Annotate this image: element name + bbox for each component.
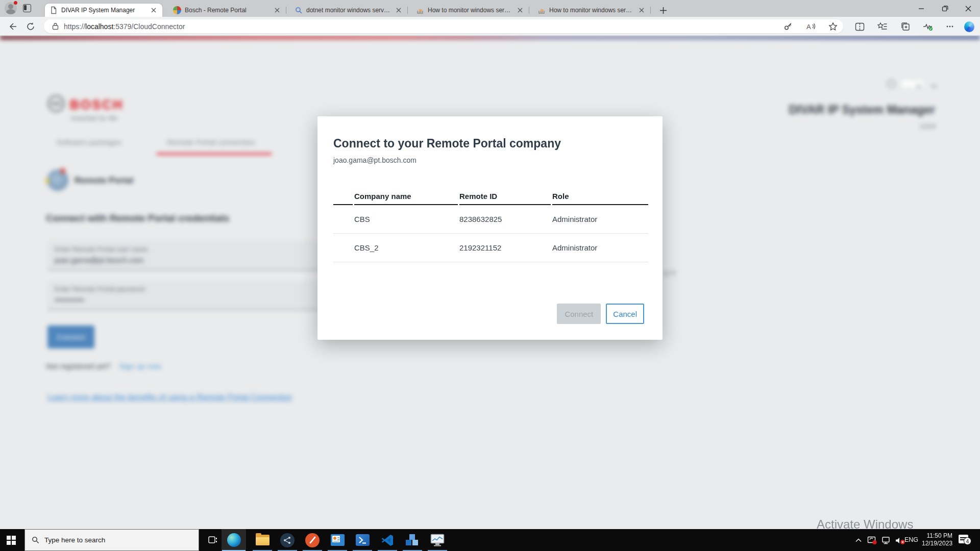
browser-essentials-icon[interactable] (923, 21, 933, 32)
tab-close-icon[interactable] (638, 6, 646, 14)
page-connect-button[interactable]: Connect (47, 325, 94, 348)
sign-up-link[interactable]: Sign up now (119, 362, 161, 370)
tab-close-icon[interactable] (150, 6, 158, 14)
cancel-button[interactable]: Cancel (606, 304, 644, 324)
globe-icon[interactable] (887, 80, 896, 88)
read-aloud-icon[interactable]: A (805, 21, 816, 32)
taskbar-file-explorer-button[interactable] (250, 529, 275, 551)
tab-divider (529, 7, 529, 14)
file-explorer-icon (256, 535, 270, 545)
tab-actions-menu-icon[interactable] (23, 4, 31, 12)
taskbar-pen-app-button[interactable] (300, 529, 325, 551)
action-center-button[interactable]: 4 (959, 534, 971, 545)
restore-button[interactable] (933, 0, 957, 17)
tab-close-icon[interactable] (516, 6, 524, 14)
search-placeholder: Type here to search (44, 536, 105, 544)
learn-more-link[interactable]: Learn more about the benefits of using a… (47, 393, 292, 402)
taskbar-network-app-button[interactable] (275, 529, 300, 551)
tab-title: dotnet monitor windows services (306, 7, 391, 14)
powershell-icon (356, 534, 370, 546)
password-field[interactable]: Enter Remote Portal password ••••••••••• (47, 281, 327, 310)
copilot-icon[interactable] (964, 21, 974, 32)
new-tab-button[interactable] (657, 5, 669, 16)
avatar-head (8, 4, 13, 9)
portal-red-dot (60, 168, 65, 173)
split-screen-icon[interactable] (854, 21, 865, 32)
favorites-list-icon[interactable] (877, 21, 888, 32)
tab-bosch-remote-portal[interactable]: Bosch - Remote Portal (168, 4, 286, 17)
search-icon (32, 536, 39, 544)
minimize-button[interactable] (910, 0, 933, 17)
taskbar-edge-button[interactable] (222, 529, 246, 551)
taskbar-dashboard-app-button[interactable] (325, 529, 350, 551)
tray-language[interactable]: ENG (904, 536, 918, 543)
app-title: DIVAR IP System Manager (789, 103, 935, 117)
taskbar-search-box[interactable]: Type here to search (24, 529, 199, 551)
activate-windows-watermark: Activate Windows (817, 517, 913, 529)
network-tree-icon (280, 533, 295, 547)
tab-divider (650, 7, 651, 14)
page-viewport: BOSCH Invented for life DIVAR IP System … (0, 36, 980, 529)
tray-network-icon[interactable] (881, 535, 892, 546)
tray-volume-muted-icon[interactable] (894, 535, 905, 546)
tab-title: DIVAR IP System Manager (61, 7, 146, 14)
active-nav-underline (157, 153, 272, 155)
back-icon[interactable] (7, 21, 17, 32)
tab-dotnet-search[interactable]: dotnet monitor windows services (290, 4, 407, 17)
taskbar-powershell-button[interactable] (350, 529, 375, 551)
company-name-cell: CBS (354, 215, 458, 223)
remote-id-cell: 8238632825 (459, 215, 551, 223)
connect-button[interactable]: Connect (557, 304, 601, 324)
dashboard-icon (331, 534, 345, 546)
avatar-body (6, 9, 15, 14)
browser-toolbar: https://localhost:5379/CloudConnector A (0, 17, 980, 36)
tab-divar-ip[interactable]: DIVAR IP System Manager (45, 4, 162, 17)
cutoff-text-fragment: g in (664, 268, 676, 277)
address-bar[interactable]: https://localhost:5379/CloudConnector (44, 19, 843, 33)
company-name-cell: CBS_2 (354, 243, 458, 252)
tray-chevron-up-icon[interactable] (853, 535, 864, 546)
tray-sync-alert-icon[interactable] (867, 535, 878, 546)
table-row[interactable]: CBS 8238632825 Administrator (333, 205, 648, 234)
language-dropdown[interactable] (900, 79, 925, 89)
radio-column-header (333, 188, 353, 205)
refresh-icon[interactable] (26, 21, 36, 32)
tab-title: Bosch - Remote Portal (185, 7, 270, 14)
company-name-header: Company name (354, 188, 458, 205)
role-header: Role (552, 188, 648, 205)
remote-portal-title: Remote Portal (75, 176, 133, 186)
password-key-icon[interactable] (783, 21, 793, 32)
tab-close-icon[interactable] (395, 6, 403, 14)
copilot-logo (964, 21, 974, 32)
close-window-button[interactable] (957, 0, 980, 17)
url-host: localhost (85, 22, 113, 31)
windows-logo-icon (7, 536, 15, 544)
tray-clock[interactable]: 11:50 PM 12/19/2023 (922, 532, 952, 547)
collections-icon[interactable] (900, 21, 911, 32)
favorite-star-icon[interactable] (828, 21, 838, 32)
table-row[interactable]: CBS_2 2192321152 Administrator (333, 234, 648, 262)
username-field[interactable]: Enter Remote Portal user name joao.gama@… (47, 241, 327, 270)
tab-close-icon[interactable] (273, 6, 281, 14)
company-table: Company name Remote ID Role CBS 82386328… (333, 188, 648, 262)
password-value: ••••••••••• (55, 295, 84, 304)
role-cell: Administrator (552, 243, 648, 252)
url-path: :5379/CloudConnector (113, 22, 185, 31)
not-registered-text: Not registered yet? (46, 362, 111, 370)
username-label: Enter Remote Portal user name (55, 245, 148, 253)
search-icon (295, 6, 303, 14)
nav-remote-portal-connection[interactable]: Remote Portal connection (167, 138, 255, 146)
taskbar-cubes-app-button[interactable] (400, 529, 425, 551)
dialog-title: Connect to your Remote Portal company (333, 137, 561, 151)
nav-software-packages[interactable]: Software packages (56, 138, 121, 146)
tab-stackoverflow-1[interactable]: How to monitor windows service (411, 4, 529, 17)
settings-more-icon[interactable] (945, 21, 955, 32)
chevron-down-icon[interactable] (931, 82, 937, 88)
taskbar-monitor-app-button[interactable] (425, 529, 450, 551)
start-button[interactable] (0, 529, 24, 551)
tab-stackoverflow-2[interactable]: How to monitor windows service (533, 4, 650, 17)
app-version: 2.0.0 (920, 122, 935, 130)
notification-badge: 4 (964, 537, 971, 545)
tray-date: 12/19/2023 (922, 540, 952, 547)
taskbar-vscode-button[interactable] (375, 529, 400, 551)
